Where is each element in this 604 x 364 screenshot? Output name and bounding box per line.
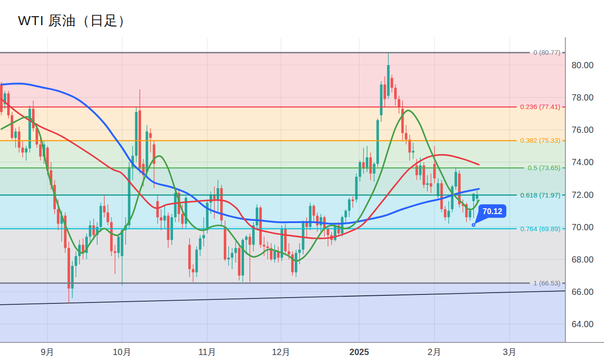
candle-body — [14, 132, 17, 138]
candle-body — [419, 166, 422, 175]
candle-body — [351, 199, 354, 201]
x-axis-tick-label: 2月 — [428, 347, 441, 357]
candle-body — [295, 253, 298, 272]
candle-body — [39, 145, 42, 157]
candle-body — [67, 248, 70, 289]
candle-body — [366, 158, 369, 169]
candle-body — [181, 214, 184, 224]
candle-body — [412, 151, 415, 153]
candle-body — [32, 109, 35, 128]
x-axis-tick-label: 2025 — [350, 347, 369, 357]
candle-body — [107, 212, 109, 222]
candle-body — [263, 245, 266, 246]
fib-level-label: 0.764 (69.89) — [520, 225, 560, 232]
candle-body — [341, 217, 344, 233]
candle-body — [220, 188, 223, 220]
candle-body — [387, 65, 390, 96]
candle-body — [355, 177, 358, 199]
price-chart: 0 (80.77)0.236 (77.41)0.382 (75.33)0.5 (… — [0, 0, 604, 364]
wti-daily-chart-page: WTI 原油（日足） 0 (80.77)0.236 (77.41)0.382 (… — [0, 0, 604, 364]
callout-anchor-dot-center — [473, 224, 474, 226]
candle-body — [164, 215, 166, 220]
candle-body — [440, 183, 443, 209]
y-axis-tick-label: 66.00 — [572, 287, 594, 297]
candle-body — [391, 78, 393, 88]
candle-body — [167, 215, 170, 240]
candle-body — [383, 84, 386, 99]
candle-body — [117, 237, 120, 253]
fib-level-label: 0 (80.77) — [533, 48, 560, 56]
candle-body — [192, 269, 195, 272]
candle-body — [320, 217, 322, 225]
candle-body — [146, 132, 148, 172]
x-axis-tick-label: 11月 — [198, 347, 216, 357]
candle-body — [444, 209, 447, 217]
candle-body — [334, 225, 337, 240]
candle-body — [454, 172, 457, 186]
fib-zone-band — [0, 283, 565, 342]
candle-body — [227, 258, 230, 259]
candle-body — [156, 201, 159, 217]
candle-body — [437, 183, 440, 196]
x-axis-tick-label: 9月 — [41, 347, 54, 357]
fib-zone-band — [0, 107, 565, 140]
candle-body — [203, 235, 205, 238]
fib-level-label: 0.5 (73.65) — [528, 164, 560, 171]
candle-body — [174, 193, 177, 217]
candle-body — [430, 183, 432, 186]
candle-body — [110, 222, 113, 251]
candle-body — [241, 240, 244, 276]
candle-body — [0, 84, 3, 112]
candle-body — [18, 132, 21, 148]
fib-level-label: 0.618 (71.97) — [520, 191, 560, 199]
fib-level-label: 0.382 (75.33) — [520, 136, 560, 144]
candle-body — [309, 206, 312, 227]
y-axis-tick-label: 76.00 — [572, 125, 594, 135]
candle-body — [235, 248, 237, 253]
candle-body — [469, 211, 471, 217]
y-axis-tick-label: 68.00 — [572, 254, 594, 264]
candle-body — [448, 211, 450, 217]
candle-body — [405, 133, 408, 139]
candle-body — [114, 251, 116, 253]
candle-body — [359, 162, 361, 176]
candle-body — [93, 225, 95, 235]
candle-body — [195, 250, 198, 272]
candle-body — [25, 149, 28, 153]
candle-body — [188, 245, 191, 269]
fib-zone-band — [0, 140, 565, 168]
candle-body — [266, 246, 269, 248]
candle-body — [451, 187, 454, 209]
candle-body — [302, 222, 305, 250]
candle-body — [433, 164, 436, 178]
candle-body — [64, 215, 67, 248]
y-axis-tick-label: 64.00 — [572, 319, 594, 329]
candle-body — [103, 206, 106, 212]
candle-body — [135, 112, 138, 156]
fib-level-label: 1 (66.53) — [533, 279, 560, 287]
y-axis-tick-label: 72.00 — [572, 190, 594, 200]
candle-body — [28, 109, 31, 148]
candle-body — [121, 230, 124, 256]
candle-body — [160, 217, 163, 220]
candle-body — [71, 266, 74, 288]
y-axis-tick-label: 74.00 — [572, 157, 594, 167]
candle-body — [284, 228, 287, 251]
fib-level-label: 0.236 (77.41) — [520, 103, 560, 110]
candle-body — [209, 195, 212, 203]
candle-body — [394, 88, 397, 99]
candle-body — [256, 207, 258, 225]
fib-bands-layer — [0, 53, 565, 342]
candle-body — [345, 211, 347, 217]
candle-body — [199, 238, 202, 250]
candle-body — [274, 251, 276, 259]
candle-body — [245, 237, 248, 240]
candle-body — [416, 166, 418, 175]
current-price-label: 70.12 — [483, 207, 502, 216]
candle-body — [231, 253, 234, 258]
candle-body — [138, 110, 141, 169]
y-axis-tick-label: 78.00 — [572, 92, 594, 102]
candle-body — [11, 115, 13, 138]
candle-body — [348, 199, 351, 211]
candle-body — [380, 84, 383, 115]
